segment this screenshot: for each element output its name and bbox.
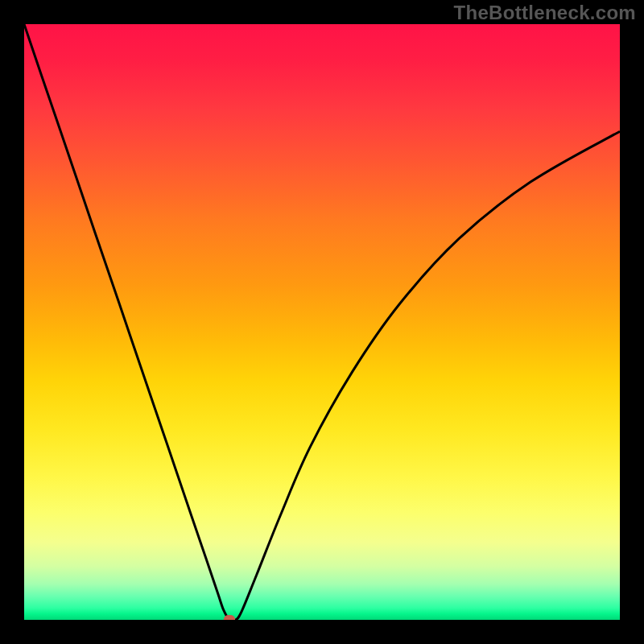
plot-area [24,24,620,620]
optimum-marker [224,615,235,620]
bottleneck-curve [24,24,620,620]
chart-frame: TheBottleneck.com [0,0,644,644]
curve-path [24,24,620,620]
watermark-text: TheBottleneck.com [454,2,636,24]
